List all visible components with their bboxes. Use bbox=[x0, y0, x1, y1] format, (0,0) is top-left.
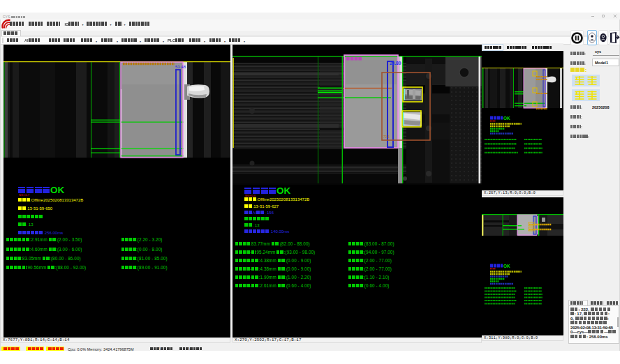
svg-text:73.5: 73.5 bbox=[383, 135, 390, 139]
svg-text:53.48: 53.48 bbox=[175, 65, 186, 69]
svg-text:OK: OK bbox=[503, 116, 510, 121]
svg-text:23.80: 23.80 bbox=[390, 61, 401, 66]
svg-text:OK: OK bbox=[503, 264, 510, 268]
